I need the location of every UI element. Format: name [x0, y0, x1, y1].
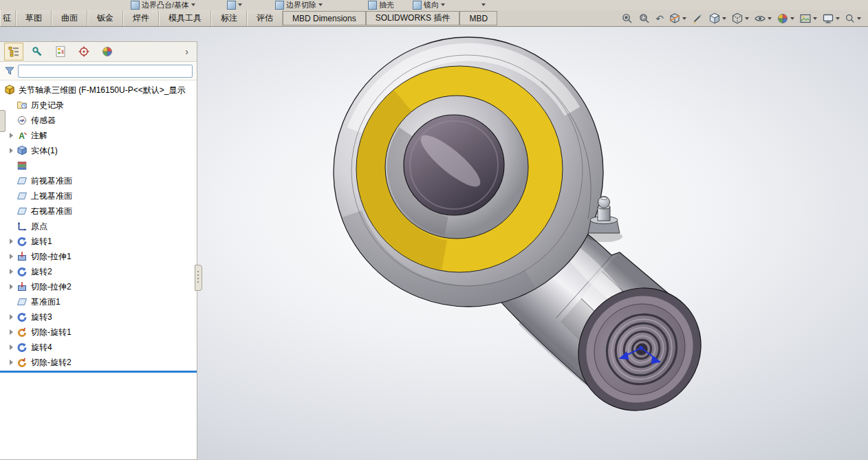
tree-item-label: 切除-旋转1	[31, 327, 72, 338]
apply-scene-button[interactable]	[799, 12, 817, 25]
zoom-options-button[interactable]	[845, 13, 861, 24]
boundary-boss-base-button[interactable]: 边界凸台/基体	[131, 0, 195, 11]
boundary-cut-button[interactable]: 边界切除	[275, 0, 323, 11]
previous-view-icon: ↶	[655, 14, 664, 23]
expand-arrow-icon[interactable]	[6, 284, 17, 289]
expand-arrow-icon[interactable]	[6, 329, 17, 335]
cut-revolve-icon	[17, 327, 28, 338]
tree-item-solid-bodies[interactable]: 实体(1)	[0, 143, 197, 158]
tree-item-revolve2[interactable]: 旋转2	[0, 264, 197, 279]
sketch-view-button[interactable]	[691, 12, 704, 25]
tab-solidworks-addins[interactable]: SOLIDWORKS 插件	[366, 11, 460, 25]
rod-end-bearing-model[interactable]	[197, 26, 868, 460]
tree-item-history[interactable]: 历史记录	[0, 98, 197, 113]
eye-icon	[754, 12, 766, 25]
expand-arrow-icon[interactable]	[6, 269, 17, 274]
tree-item-sensors[interactable]: 传感器	[0, 113, 197, 128]
view-cube-icon	[708, 12, 721, 25]
panel-expand-chevron[interactable]: ›	[181, 46, 193, 57]
hide-show-items-button[interactable]	[754, 12, 772, 25]
toolbar-dropdown[interactable]	[227, 0, 242, 11]
tree-item-cut-revolve2[interactable]: 切除-旋转2	[0, 355, 197, 370]
tree-item-cut-extrude1[interactable]: 切除-拉伸1	[0, 249, 197, 264]
chevron-down-icon	[790, 17, 794, 20]
revolve-icon	[17, 236, 28, 247]
expand-arrow-icon[interactable]	[6, 239, 17, 244]
view-settings-button[interactable]	[822, 12, 840, 25]
history-folder-icon	[17, 100, 28, 111]
previous-view-button[interactable]: ↶	[655, 14, 664, 23]
tree-item-top-plane[interactable]: 上视基准面	[0, 188, 197, 204]
tab-mbd[interactable]: MBD	[459, 11, 497, 25]
tree-filter-row	[0, 62, 197, 80]
cut-extrude-icon	[17, 281, 28, 292]
tab-features-partial[interactable]: 征	[0, 10, 16, 26]
tree-item-front-plane[interactable]: 前视基准面	[0, 173, 197, 188]
zoom-to-fit-icon	[621, 12, 633, 25]
view-orientation-button[interactable]	[708, 12, 726, 25]
tab-mold-tools[interactable]: 模具工具	[159, 10, 211, 26]
panel-splitter-grip[interactable]	[195, 265, 202, 291]
sensor-icon	[17, 115, 28, 126]
annotations-icon	[17, 130, 28, 141]
expand-arrow-icon[interactable]	[6, 360, 17, 365]
display-pane-collapse-tab[interactable]	[0, 110, 6, 132]
tree-item-label: 传感器	[31, 115, 56, 127]
chevron-down-icon	[441, 3, 445, 6]
mirror-icon	[413, 1, 422, 10]
plane-icon	[17, 206, 28, 217]
tree-item-revolve1[interactable]: 旋转1	[0, 234, 197, 249]
chevron-down-icon	[722, 17, 726, 20]
tree-filter-input[interactable]	[18, 65, 193, 78]
tab-displaymanager[interactable]	[98, 43, 117, 61]
mirror-button[interactable]: 镜向	[413, 0, 445, 11]
bearing-head	[334, 37, 603, 307]
tab-dimxpertmanager[interactable]	[74, 43, 94, 61]
tab-sketch[interactable]: 草图	[16, 10, 52, 26]
tab-surfaces[interactable]: 曲面	[52, 10, 87, 26]
displaymanager-ball-icon	[101, 45, 113, 58]
shell-button[interactable]: 抽壳	[368, 0, 394, 11]
tab-featuremanager-tree[interactable]	[4, 43, 23, 61]
expand-arrow-icon[interactable]	[6, 344, 17, 350]
tree-item-label: 切除-拉伸1	[31, 251, 72, 263]
tree-item-annotations[interactable]: 注解	[0, 128, 197, 143]
tab-markup[interactable]: 标注	[211, 10, 247, 26]
section-view-icon	[669, 12, 681, 25]
rollback-bar[interactable]	[0, 371, 197, 373]
scene-icon	[799, 12, 812, 25]
tree-item-label: 旋转2	[31, 266, 52, 278]
toolbar-dropdown[interactable]	[481, 0, 486, 11]
tab-propertymanager[interactable]	[28, 43, 47, 61]
tree-root-part[interactable]: 关节轴承三维图 (F-M16150U-P<<默认>_显示	[0, 83, 197, 98]
tree-item-cut-revolve1[interactable]: 切除-旋转1	[0, 325, 197, 340]
tree-item-right-plane[interactable]: 右视基准面	[0, 204, 197, 219]
shell-label: 抽壳	[379, 0, 394, 10]
zoom-to-area-button[interactable]	[638, 12, 651, 25]
propertymanager-icon	[31, 45, 43, 58]
expand-arrow-icon[interactable]	[6, 314, 17, 320]
tab-mbd-dimensions[interactable]: MBD Dimensions	[283, 11, 366, 25]
filter-funnel-icon[interactable]	[4, 65, 15, 76]
tab-configurationmanager[interactable]	[51, 43, 70, 61]
edit-appearance-button[interactable]	[777, 12, 794, 25]
section-view-button[interactable]	[669, 12, 686, 25]
cut-revolve-icon	[17, 357, 28, 368]
tree-item-origin[interactable]: 原点	[0, 219, 197, 234]
display-style-button[interactable]	[731, 12, 749, 25]
tree-item-revolve3[interactable]: 旋转3	[0, 309, 197, 325]
tree-item-cut-extrude2[interactable]: 切除-拉伸2	[0, 279, 197, 294]
tree-item-plane1[interactable]: 基准面1	[0, 294, 197, 309]
expand-arrow-icon[interactable]	[6, 148, 17, 153]
tree-item-label: 注解	[31, 130, 47, 142]
tab-sheet-metal[interactable]: 钣金	[87, 10, 123, 26]
tree-item-material[interactable]	[0, 158, 197, 173]
solid-bodies-icon	[17, 145, 28, 156]
mirror-label: 镜向	[424, 0, 439, 10]
tab-weldments[interactable]: 焊件	[123, 10, 159, 26]
tree-item-revolve4[interactable]: 旋转4	[0, 340, 197, 355]
expand-arrow-icon[interactable]	[6, 133, 17, 138]
expand-arrow-icon[interactable]	[6, 254, 17, 259]
zoom-to-fit-button[interactable]	[621, 12, 633, 25]
tab-evaluate[interactable]: 评估	[247, 10, 283, 26]
